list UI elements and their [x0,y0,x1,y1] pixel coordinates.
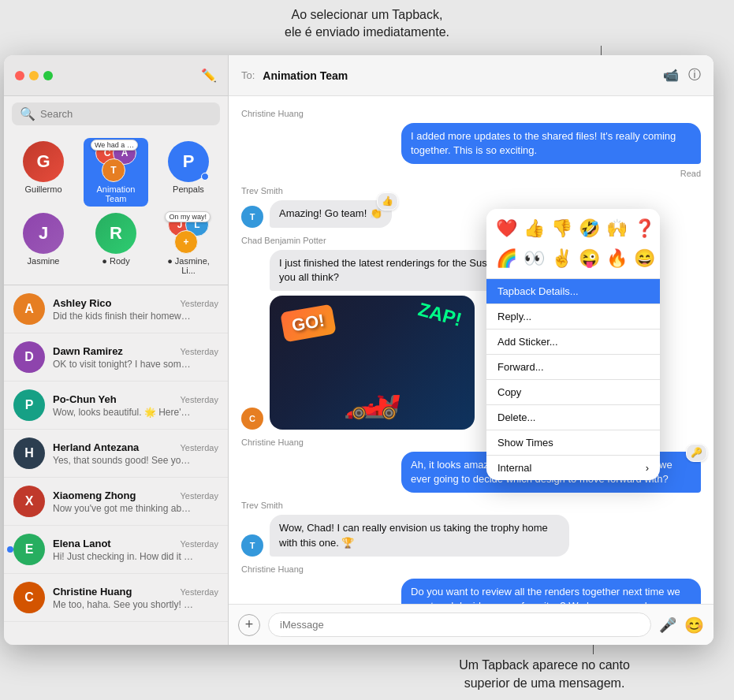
conv-avatar-christine: C [13,582,45,613]
msg-group-6: Christine Huang Do you want to review al… [241,564,701,604]
pinned-label-rody: ● Rody [102,256,129,266]
pinned-row-1: G Guillermo C A T We had a great time. H… [7,138,225,207]
search-input[interactable] [40,108,212,120]
info-button[interactable]: ⓘ [688,67,701,84]
annotation-top: Ao selecionar um Tapback, ele é enviado … [0,6,734,42]
pinned-contact-penpals[interactable]: P Penpals [156,138,221,207]
bubble-1: I added more updates to the shared files… [401,123,701,164]
tapback-corner-badge: 🔑 [686,444,707,462]
conv-item-herland[interactable]: H Herland Antezana Yesterday Yes, that s… [4,430,228,478]
avatar-wrap-penpals: P [168,141,209,182]
menu-item-delete[interactable]: Delete... [486,405,660,430]
msg-group-5: Trev Smith T Wow, Chad! I can really env… [241,501,701,556]
tapback-wave[interactable]: 🙌 [603,215,631,242]
tapback-question[interactable]: ❓ [631,215,658,242]
tapback-wink[interactable]: 😜 [576,245,603,272]
menu-item-tapback-details[interactable]: Tapback Details... [486,279,660,303]
menu-label-add-sticker: Add Sticker... [497,336,558,348]
tapback-grin[interactable]: 😄 [631,245,658,272]
menu-label-tapback-details: Tapback Details... [497,285,579,297]
menu-item-reply[interactable]: Reply... [486,304,660,329]
search-icon: 🔍 [20,106,35,121]
conv-preview-dawn: OK to visit tonight? I have some things … [53,359,195,370]
tapback-eyes[interactable]: 👀 [520,245,548,272]
conv-name-xiaomeng: Xiaomeng Zhong [53,490,136,501]
info-icon: ⓘ [688,68,701,81]
annotation-line1: Ao selecionar um Tapback, [0,6,734,24]
msg-avatar-chad: C [241,408,263,430]
maximize-button[interactable] [43,71,53,80]
read-indicator-1: Read [241,169,701,178]
avatar-wrap-jasmine: J [23,213,64,254]
emoji-icon: 😊 [684,616,704,634]
add-attachment-button[interactable]: + [238,614,260,636]
on-my-way-badge: On my way! [165,211,211,222]
message-input[interactable] [268,612,651,637]
msg-row-1: I added more updates to the shared files… [241,123,701,164]
close-button[interactable] [15,71,24,80]
pinned-contact-jasmine[interactable]: J Jasmine [11,210,76,278]
conv-info-dawn: Dawn Ramirez Yesterday OK to visit tonig… [53,345,218,370]
tapback-heart[interactable]: ❤️ [493,215,520,242]
menu-item-forward[interactable]: Forward... [486,355,660,379]
annotation-bottom: Um Tapback aparece no canto superior de … [363,657,726,692]
conv-avatar-xiaomeng: X [13,486,45,517]
avatar-wrap-jasmine-li: J L + On my way! [168,213,209,254]
tapback-thumbsup[interactable]: 👍 [520,215,548,242]
conv-preview-ashley: Did the kids finish their homework? [53,311,195,322]
pinned-contact-rody[interactable]: R ● Rody [84,210,148,278]
sender-christine-1: Christine Huang [241,109,701,118]
chat-titlebar: To: Animation Team 📹 ⓘ [229,55,714,96]
conv-item-ashley[interactable]: A Ashley Rico Yesterday Did the kids fin… [4,285,228,333]
conv-item-christine[interactable]: C Christine Huang Yesterday Me too, haha… [4,574,228,622]
conv-header-ashley: Ashley Rico Yesterday [53,297,218,309]
video-call-button[interactable]: 📹 [663,67,679,84]
pinned-label-guillermo: Guillermo [24,184,61,194]
conv-time-ashley: Yesterday [180,299,218,308]
menu-item-internal[interactable]: Internal › [486,456,660,480]
tapback-fire[interactable]: 🔥 [603,245,631,272]
conv-time-elena: Yesterday [180,539,218,549]
menu-item-show-times[interactable]: Show Times [486,430,660,455]
menu-label-forward: Forward... [497,361,544,373]
voice-button[interactable]: 🎤 [659,616,676,634]
pinned-contact-guillermo[interactable]: G Guillermo [11,138,76,207]
conv-item-elena[interactable]: E Elena Lanot Yesterday Hi! Just checkin… [4,526,228,574]
emoji-button[interactable]: 😊 [684,616,704,635]
conv-name-pochun: Po-Chun Yeh [53,393,117,405]
tapback-ha[interactable]: 🤣 [576,215,603,242]
conv-name-elena: Elena Lanot [53,538,111,549]
menu-item-add-sticker[interactable]: Add Sticker... [486,330,660,354]
conv-preview-christine: Me too, haha. See you shortly! 😎 [53,599,195,610]
compose-button[interactable]: ✏️ [201,68,217,83]
conv-item-dawn[interactable]: D Dawn Ramirez Yesterday OK to visit ton… [4,333,228,382]
add-icon: + [245,616,254,633]
avatar-guillermo: G [23,141,64,182]
zap-label: ZAP! [415,298,464,331]
conv-item-xiaomeng[interactable]: X Xiaomeng Zhong Yesterday Now you've go… [4,478,228,526]
pinned-contact-animation-team[interactable]: C A T We had a great time. Home with... … [84,138,148,207]
conv-item-pochun[interactable]: P Po-Chun Yeh Yesterday Wow, looks beaut… [4,382,228,430]
conv-header-herland: Herland Antezana Yesterday [53,441,218,453]
minimize-button[interactable] [29,71,39,80]
conv-info-xiaomeng: Xiaomeng Zhong Yesterday Now you've got … [53,490,218,514]
conv-time-dawn: Yesterday [180,347,218,356]
tapback-rainbow[interactable]: 🌈 [493,245,520,272]
voice-icon: 🎤 [659,617,676,633]
pinned-contact-jasmine-li[interactable]: J L + On my way! ● Jasmine, Li... [156,210,221,278]
unread-dot-elena [7,546,13,553]
conv-header-elena: Elena Lanot Yesterday [53,538,218,549]
conv-name-christine: Christine Huang [53,586,132,598]
conv-info-pochun: Po-Chun Yeh Yesterday Wow, looks beautif… [53,393,218,418]
tapback-thumbsdown[interactable]: 👎 [548,215,576,242]
tapback-emojis-row2: 🌈 👀 ✌️ 😜 🔥 😄 [486,245,660,278]
conv-header-pochun: Po-Chun Yeh Yesterday [53,393,218,405]
conv-header-christine: Christine Huang Yesterday [53,586,218,598]
sender-trev-1: Trev Smith [241,186,701,195]
pinned-label-jasmine-li: ● Jasmine, Li... [161,256,216,275]
conv-time-pochun: Yesterday [180,395,218,404]
tapback-peace[interactable]: ✌️ [548,245,576,272]
menu-item-copy[interactable]: Copy [486,380,660,404]
conv-avatar-dawn: D [13,341,45,373]
conv-preview-elena: Hi! Just checking in. How did it go? [53,551,195,562]
